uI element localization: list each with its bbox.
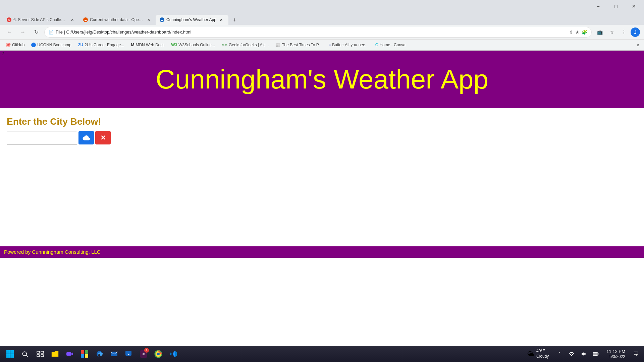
new-tab-button[interactable]: + [230, 15, 239, 25]
bookmarks-more-button[interactable]: » [635, 41, 641, 49]
bookmark-canva-label: Home - Canva [379, 43, 405, 47]
bookmark-w3schools[interactable]: W3 W3Schools Online... [168, 42, 218, 48]
svg-point-22 [157, 353, 160, 355]
tab-close-2[interactable]: ✕ [146, 17, 152, 23]
task-view-icon [36, 350, 44, 358]
svg-rect-25 [598, 353, 598, 355]
bookmark-icon[interactable]: ★ [575, 29, 580, 35]
search-button[interactable] [78, 131, 94, 144]
video-call-button[interactable] [63, 347, 76, 361]
svg-rect-12 [85, 350, 88, 354]
tabs-bar: 6 6. Server-Side APIs Challenge: W... ✕ … [0, 13, 644, 25]
tab-server-side-apis[interactable]: 6 6. Server-Side APIs Challenge: W... ✕ [3, 15, 79, 25]
system-tray: ⌃ [554, 349, 601, 359]
taskbar-right: 🌥 49°F Cloudy ⌃ [525, 349, 641, 359]
browser-chrome: − □ ✕ 6 6. Server-Side APIs Challenge: W… [0, 0, 644, 51]
edge-browser-button[interactable] [93, 347, 106, 361]
bookmark-github[interactable]: 🐙 GitHub [3, 41, 27, 48]
bookmark-buffer-label: Buffer: All-you-nee... [332, 43, 369, 47]
bookmark-w3schools-label: W3Schools Online... [178, 43, 215, 47]
window-controls: − □ ✕ [591, 1, 641, 11]
bookmark-w3schools-icon: W3 [171, 43, 177, 47]
bookmark-2u-label: 2U's Career Engage... [85, 43, 124, 47]
mail-icon [110, 350, 118, 358]
navigation-toolbar: ← → ↻ 📄 File | C:/Users/jleig/Desktop/ch… [0, 25, 644, 40]
volume-icon[interactable] [578, 349, 589, 359]
svg-rect-0 [6, 350, 10, 354]
bookmark-buffer[interactable]: ≡ Buffer: All-you-nee... [326, 42, 371, 48]
bookmark-star-icon[interactable]: ☆ [606, 27, 617, 38]
weather-widget[interactable]: 🌥 49°F Cloudy [525, 349, 551, 359]
settings-icon[interactable]: ⋮ [619, 27, 629, 38]
site-footer: Powered by Cunnningham Consulting, LLC [0, 246, 644, 258]
edge-browser-icon [95, 350, 103, 358]
reload-button[interactable]: ↻ [31, 27, 42, 38]
bookmark-canva[interactable]: C Home - Canva [373, 42, 408, 48]
tab-weather-app[interactable]: ☁ Cunningham's Weather App ✕ [156, 15, 228, 25]
address-bar[interactable]: 📄 File | C:/Users/jleig/Desktop/challeng… [44, 27, 592, 38]
vscode-button[interactable] [166, 347, 180, 361]
cast-icon[interactable]: 📺 [594, 27, 605, 38]
windows-logo-icon [6, 350, 14, 358]
site-body: Enter the City Below! ✕ [0, 108, 644, 153]
bookmark-2u[interactable]: 2U 2U's Career Engage... [75, 42, 127, 48]
tab-close-1[interactable]: ✕ [69, 17, 75, 23]
tab-favicon-1: 6 [7, 17, 11, 22]
tab-close-3[interactable]: ✕ [218, 17, 224, 23]
footer-text: Powered by Cunnningham Consulting, LLC [4, 249, 101, 255]
notifications-button[interactable]: 🗨 [631, 349, 641, 359]
microsoft-store-button[interactable] [78, 347, 91, 361]
task-view-button[interactable] [34, 347, 47, 361]
bookmark-uconn-label: UCONN Bootcamp [37, 43, 71, 47]
share-icon[interactable]: ⇧ [569, 29, 573, 35]
tray-chevron[interactable]: ⌃ [554, 349, 565, 359]
svg-rect-14 [85, 354, 88, 358]
battery-icon[interactable] [590, 349, 601, 359]
city-input[interactable] [7, 131, 77, 144]
wifi-icon [569, 351, 574, 357]
network-icon[interactable] [566, 349, 577, 359]
bookmark-2u-icon: 2U [78, 43, 83, 47]
svg-rect-26 [593, 353, 597, 355]
bookmark-uconn[interactable]: UCONN Bootcamp [29, 42, 74, 48]
profile-avatar[interactable]: J [631, 27, 640, 37]
minimize-button[interactable]: − [591, 1, 606, 11]
clock-time: 11:12 PM [606, 349, 625, 355]
lync-button[interactable]: L [122, 347, 136, 361]
tab-favicon-3: ☁ [160, 17, 164, 22]
bookmark-gfg-icon: ∞∞ [222, 43, 227, 47]
taskbar-icons: L # 7 [34, 347, 180, 361]
clock[interactable]: 11:12 PM 5/3/2022 [604, 349, 628, 359]
maximize-button[interactable]: □ [608, 1, 624, 11]
bookmark-besttimes[interactable]: 📰 The Best Times To P... [273, 42, 324, 48]
close-button[interactable]: ✕ [626, 1, 641, 11]
tab-title-2: Current weather data - OpenWe... [90, 17, 144, 22]
bookmark-gfg-label: GeeksforGeeks | A c... [229, 43, 269, 47]
taskbar-search-icon [21, 351, 28, 357]
chrome-icon [154, 350, 162, 358]
forward-button[interactable]: → [17, 27, 28, 38]
slack-button[interactable]: # 7 [137, 347, 150, 361]
clear-button[interactable]: ✕ [95, 131, 111, 144]
bookmark-mdn[interactable]: M MDN Web Docs [128, 42, 167, 48]
address-bar-lock-icon: 📄 [49, 30, 54, 35]
file-explorer-button[interactable] [48, 347, 62, 361]
tab-openweather[interactable]: ☁ Current weather data - OpenWe... ✕ [79, 15, 156, 25]
weather-condition: Cloudy [536, 354, 549, 359]
svg-rect-2 [6, 354, 10, 358]
city-input-label: Enter the City Below! [7, 116, 637, 127]
bookmark-geeksforgeeks[interactable]: ∞∞ GeeksforGeeks | A c... [219, 42, 271, 48]
taskbar-search-button[interactable] [19, 348, 31, 360]
tab-favicon-2: ☁ [83, 17, 88, 22]
svg-rect-9 [41, 355, 44, 357]
start-button[interactable] [3, 347, 17, 361]
mail-button[interactable] [107, 347, 121, 361]
chrome-button[interactable] [152, 347, 165, 361]
page-number: 2 [1, 51, 4, 56]
vscode-icon [169, 350, 177, 358]
bookmark-github-icon: 🐙 [5, 42, 11, 47]
bookmark-besttimes-icon: 📰 [275, 43, 280, 47]
lync-icon: L [125, 350, 133, 358]
back-button[interactable]: ← [4, 27, 15, 38]
extensions-icon[interactable]: 🧩 [582, 29, 587, 35]
